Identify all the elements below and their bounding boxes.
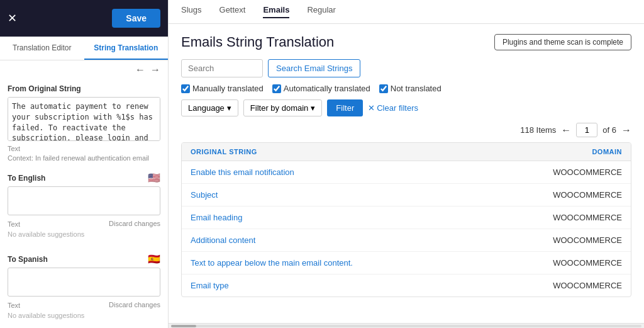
nav-tab-regular[interactable]: Regular [307,5,336,18]
row-domain-3: WOOCOMMERCE [553,235,622,245]
english-text-type: Text [8,220,20,228]
next-page-button[interactable]: → [621,125,631,136]
row-string-2: Email heading [191,213,553,222]
search-email-strings-button[interactable]: Search Email Strings [268,59,360,77]
scan-badge: Plugins and theme scan is complete [494,34,631,50]
english-flag: 🇺🇸 [148,172,160,184]
nav-tab-gettext[interactable]: Gettext [219,5,246,18]
table-row[interactable]: Additional content WOOCOMMERCE [182,229,631,252]
nav-tab-emails[interactable]: Emails [263,5,289,18]
row-string-3: Additional content [191,235,553,245]
row-domain-2: WOOCOMMERCE [553,213,622,222]
top-nav: Slugs Gettext Emails Regular [169,0,644,24]
left-tabs-bar: Translation Editor String Translation [0,37,168,60]
english-translation-input[interactable] [8,186,160,215]
prev-page-button[interactable]: ← [561,125,571,136]
nav-tab-slugs[interactable]: Slugs [181,5,202,18]
spanish-lang-header: To Spanish 🇪🇸 [8,253,160,265]
scrollbar-thumb [171,325,196,327]
table-row[interactable]: Enable this email notification WOOCOMMER… [182,161,631,184]
clear-filters-label: Clear filters [377,103,418,113]
not-translated-label: Not translated [391,84,441,93]
page-title-row: Emails String Translation Plugins and th… [181,34,631,50]
spanish-translation-input[interactable] [8,268,160,297]
domain-filter-dropdown[interactable]: Filter by domain ▾ [243,99,322,116]
nav-arrows: ← → [0,60,168,79]
page-number-input[interactable] [576,123,597,137]
language-dropdown-label: Language [188,103,225,113]
clear-filters-button[interactable]: ✕ Clear filters [368,103,418,113]
prev-arrow-button[interactable]: ← [135,64,145,76]
row-domain-0: WOOCOMMERCE [553,167,622,177]
row-string-4: Text to appear below the main email cont… [191,258,553,268]
manually-translated-checkbox[interactable] [181,84,190,93]
not-translated-checkbox-label[interactable]: Not translated [379,84,441,93]
manually-translated-label: Manually translated [192,84,264,93]
spanish-discard-button[interactable]: Discard changes [109,301,160,308]
manually-translated-checkbox-label[interactable]: Manually translated [181,84,264,93]
auto-translated-checkbox[interactable] [272,84,281,93]
table-row[interactable]: Text to appear below the main email cont… [182,252,631,274]
row-domain-4: WOOCOMMERCE [553,258,622,268]
search-input[interactable] [181,59,263,77]
total-pages: of 6 [602,125,616,135]
right-content: Emails String Translation Plugins and th… [169,24,644,323]
right-panel: Slugs Gettext Emails Regular Emails Stri… [169,0,644,328]
filter-button[interactable]: Filter [327,99,363,116]
next-arrow-button[interactable]: → [150,64,160,76]
row-string-5: Email type [191,281,553,290]
english-lang-header: To English 🇺🇸 [8,172,160,184]
auto-translated-label: Automatically translated [284,84,370,93]
col-header-original-string: ORIGINAL STRING [191,148,257,156]
scrollbar-track [171,325,641,327]
to-english-section: To English 🇺🇸 Text Discard changes No av… [0,167,168,248]
row-domain-1: WOOCOMMERCE [553,190,622,200]
left-header: ✕ Save [0,0,168,37]
language-dropdown[interactable]: Language ▾ [181,99,238,116]
spanish-text-type: Text [8,302,20,309]
table-row[interactable]: Email heading WOOCOMMERCE [182,206,631,229]
to-english-label: To English [8,174,45,183]
english-discard-button[interactable]: Discard changes [109,220,160,227]
controls-row: Language ▾ Filter by domain ▾ Filter ✕ C… [181,99,631,116]
page-title: Emails String Translation [181,34,334,50]
item-count: 118 Items [520,125,556,135]
spanish-suggestions: No available suggestions [8,312,160,319]
table-row[interactable]: Subject WOOCOMMERCE [182,184,631,206]
source-text-area[interactable]: The automatic payment to renew your subs… [8,97,160,141]
domain-dropdown-label: Filter by domain [250,103,308,113]
source-meta-context: Context: In failed renewal authenticatio… [8,154,160,162]
close-icon: ✕ [368,103,375,113]
strings-table: ORIGINAL STRING DOMAIN Enable this email… [181,142,631,297]
table-header: ORIGINAL STRING DOMAIN [182,143,631,161]
chevron-down-icon: ▾ [227,103,231,113]
to-spanish-label: To Spanish [8,255,48,264]
chevron-down-icon-2: ▾ [311,103,315,113]
auto-translated-checkbox-label[interactable]: Automatically translated [272,84,370,93]
pagination-row: 118 Items ← of 6 → [181,123,631,137]
row-domain-5: WOOCOMMERCE [553,281,622,290]
horizontal-scrollbar[interactable] [169,323,644,328]
row-string-1: Subject [191,190,553,200]
from-original-label: From Original String [8,84,160,93]
save-button[interactable]: Save [112,9,160,28]
spanish-flag: 🇪🇸 [148,253,160,265]
col-header-domain: DOMAIN [592,148,622,156]
english-discard-row: Text Discard changes [8,218,160,228]
to-spanish-section: To Spanish 🇪🇸 Text Discard changes No av… [0,248,168,328]
source-meta-type: Text [8,145,160,152]
tab-translation-editor[interactable]: Translation Editor [0,37,84,60]
spanish-discard-row: Text Discard changes [8,300,160,309]
search-row: Search Email Strings [181,59,631,77]
english-suggestions: No available suggestions [8,230,160,238]
close-button[interactable]: ✕ [8,13,17,24]
left-panel: ✕ Save Translation Editor String Transla… [0,0,169,328]
not-translated-checkbox[interactable] [379,84,388,93]
from-original-section: From Original String The automatic payme… [0,79,168,167]
row-string-0: Enable this email notification [191,167,553,177]
table-row[interactable]: Email type WOOCOMMERCE [182,274,631,297]
tab-string-translation[interactable]: String Translation [84,37,169,60]
checkbox-row: Manually translated Automatically transl… [181,84,631,93]
